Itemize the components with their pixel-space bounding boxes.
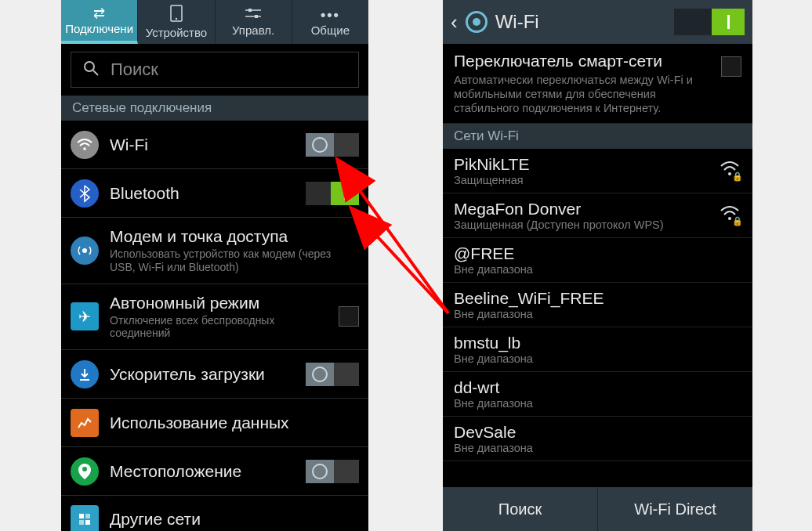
bluetooth-icon [71, 179, 99, 208]
more-icon: ••• [321, 8, 340, 22]
row-title: Другие сети [110, 510, 359, 529]
row-booster[interactable]: Ускоритель загрузки [61, 350, 368, 399]
back-button[interactable]: ‹ [451, 10, 458, 34]
network-ssid: bmstu_lb [454, 334, 741, 352]
sliders-icon [245, 7, 262, 22]
network-ssid: @FREE [454, 244, 741, 263]
network-ssid: PikNikLTE [454, 155, 710, 174]
tab-controls[interactable]: Управл. [216, 0, 292, 44]
svg-rect-15 [85, 520, 90, 525]
network-status: Защищенная [454, 174, 710, 186]
network-row[interactable]: Beeline_WiFi_FREEВне диапазона [443, 283, 752, 327]
scan-button[interactable]: Поиск [443, 487, 598, 531]
svg-point-11 [82, 467, 87, 471]
tab-general[interactable]: ••• Общие [292, 0, 368, 44]
tab-connections[interactable]: ⇄ Подключени [61, 0, 138, 44]
network-ssid: dd-wrt [454, 378, 741, 397]
section-header: Сети Wi-Fi [443, 124, 752, 149]
tab-label: Подключени [65, 22, 133, 35]
row-bluetooth[interactable]: Bluetooth [61, 169, 368, 218]
network-status: Вне диапазона [454, 442, 741, 454]
network-row[interactable]: bmstu_lbВне диапазона [443, 327, 752, 372]
location-icon [71, 457, 99, 486]
lock-icon: 🔒 [732, 172, 743, 182]
row-wifi[interactable]: Wi-Fi [61, 121, 368, 169]
row-airplane[interactable]: ✈ Автономный режим Отключение всех беспр… [61, 284, 368, 351]
section-header: Сетевые подключения [61, 96, 368, 121]
airplane-icon: ✈ [71, 302, 99, 331]
row-sub: Отключение всех беспроводных соединений [110, 314, 328, 341]
row-other-networks[interactable]: Другие сети [61, 496, 368, 531]
network-ssid: DevSale [454, 423, 741, 442]
svg-line-7 [93, 70, 98, 75]
download-booster-icon [71, 360, 99, 388]
wifi-signal-icon: 🔒 [718, 161, 741, 180]
location-toggle[interactable] [306, 460, 359, 483]
network-status: Вне диапазона [454, 397, 741, 410]
network-ssid: MegaFon Donver [454, 200, 710, 219]
lock-icon: 🔒 [732, 216, 743, 226]
wifi-signal-icon: 🔒 [718, 206, 741, 225]
settings-tabs: ⇄ Подключени Устройство Управл. ••• Общи… [61, 0, 368, 44]
wifi-header: ‹ Wi-Fi [443, 0, 752, 44]
bluetooth-toggle[interactable] [306, 182, 359, 205]
tethering-icon [71, 237, 99, 265]
search-icon [82, 60, 100, 81]
svg-rect-14 [79, 520, 84, 525]
settings-gear-icon [466, 11, 488, 33]
network-row[interactable]: PikNikLTEЗащищенная🔒 [443, 149, 752, 193]
network-status: Вне диапазона [454, 263, 741, 276]
tab-label: Устройство [146, 26, 207, 39]
wifi-icon [71, 131, 99, 159]
smart-title: Переключатель смарт-сети [454, 52, 712, 70]
network-row[interactable]: DevSaleВне диапазона [443, 417, 752, 461]
search-wrap: Поиск [61, 44, 368, 96]
network-row[interactable]: @FREEВне диапазона [443, 238, 752, 283]
search-input[interactable]: Поиск [71, 52, 359, 88]
network-list: PikNikLTEЗащищенная🔒MegaFon DonverЗащище… [443, 149, 752, 461]
svg-point-17 [728, 217, 731, 220]
row-title: Wi-Fi [110, 135, 295, 154]
row-title: Ускоритель загрузки [110, 365, 295, 384]
row-sub: Использовать устройство как модем (через… [110, 247, 359, 274]
row-title: Модем и точка доступа [110, 227, 359, 246]
svg-rect-5 [255, 15, 258, 18]
wifi-screen: ‹ Wi-Fi Переключатель смарт-сети Автомат… [443, 0, 752, 531]
other-networks-icon [71, 505, 99, 531]
svg-point-6 [85, 62, 94, 71]
airplane-checkbox[interactable] [339, 306, 359, 327]
network-ssid: Beeline_WiFi_FREE [454, 289, 741, 308]
svg-point-8 [83, 147, 86, 150]
wifi-bottom-buttons: Поиск Wi-Fi Direct [443, 487, 752, 531]
row-data-usage[interactable]: Использование данных [61, 399, 368, 447]
tab-label: Управл. [232, 23, 274, 37]
svg-rect-13 [85, 514, 90, 518]
network-status: Вне диапазона [454, 352, 741, 365]
device-icon [170, 5, 183, 24]
wifi-direct-button[interactable]: Wi-Fi Direct [598, 487, 752, 531]
row-title: Автономный режим [110, 294, 328, 312]
row-location[interactable]: Местоположение [61, 447, 368, 496]
smart-checkbox[interactable] [721, 56, 741, 77]
svg-rect-3 [248, 9, 252, 12]
network-row[interactable]: dd-wrtВне диапазона [443, 372, 752, 417]
smart-sub: Автоматически переключаться между Wi-Fi … [454, 73, 712, 115]
row-title: Использование данных [110, 414, 359, 432]
svg-point-9 [82, 248, 87, 253]
wifi-master-toggle[interactable] [674, 9, 745, 35]
network-status: Защищенная (Доступен протокол WPS) [454, 219, 710, 231]
svg-point-1 [176, 18, 177, 20]
row-title: Bluetooth [110, 184, 295, 203]
swap-icon: ⇄ [93, 6, 105, 20]
data-usage-icon [71, 409, 99, 437]
wifi-toggle[interactable] [306, 133, 359, 157]
network-status: Вне диапазона [454, 308, 741, 320]
row-tethering[interactable]: Модем и точка доступа Использовать устро… [61, 218, 368, 284]
booster-toggle[interactable] [306, 363, 359, 386]
wifi-title: Wi-Fi [495, 11, 666, 33]
tab-device[interactable]: Устройство [138, 0, 215, 44]
svg-rect-12 [79, 514, 84, 518]
network-row[interactable]: MegaFon DonverЗащищенная (Доступен прото… [443, 193, 752, 238]
smart-network-switch-row[interactable]: Переключатель смарт-сети Автоматически п… [443, 44, 752, 124]
svg-point-16 [728, 172, 731, 175]
